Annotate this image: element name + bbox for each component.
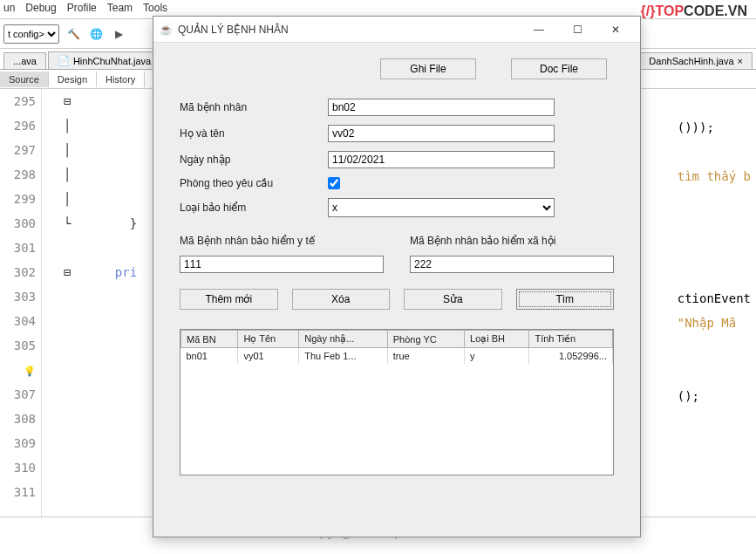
close-button[interactable]: ✕	[596, 17, 635, 42]
th-ma-bn[interactable]: Mã BN	[181, 331, 238, 348]
lightbulb-icon[interactable]: 💡	[24, 366, 36, 377]
java-icon: ☕	[159, 23, 173, 37]
label-ma-bhxh: Mã Bệnh nhân bảo hiểm xã hội	[410, 235, 614, 249]
editor-tab[interactable]: ...ava	[3, 52, 46, 69]
ghi-file-button[interactable]: Ghi File	[380, 58, 476, 79]
label-ho-ten: Họ và tên	[180, 127, 328, 140]
th-ngay-nhap[interactable]: Ngày nhậ...	[299, 331, 387, 348]
minimize-button[interactable]: —	[520, 17, 558, 42]
close-icon[interactable]: ×	[738, 56, 743, 66]
label-ma-bhyt: Mã Bệnh nhân bảo hiểm y tế	[180, 235, 384, 249]
them-moi-button[interactable]: Thêm mới	[180, 289, 278, 310]
menu-item[interactable]: Profile	[67, 2, 97, 17]
menu-item[interactable]: un	[3, 2, 15, 17]
checkbox-phong-yc[interactable]	[328, 177, 340, 189]
subtab-source[interactable]: Source	[0, 72, 49, 87]
menu-item[interactable]: Debug	[25, 2, 56, 17]
input-ma-bhxh[interactable]	[410, 256, 614, 273]
input-ho-ten[interactable]	[328, 125, 555, 142]
label-phong-yc: Phòng theo yêu cầu	[180, 177, 328, 189]
input-ngay-nhap[interactable]	[328, 151, 555, 168]
editor-tab[interactable]: 📄 HinhChuNhat.java	[48, 51, 160, 69]
editor-tab[interactable]: DanhSachHinh.java ×	[639, 52, 753, 69]
th-loai-bh[interactable]: Loại BH	[465, 331, 529, 348]
sua-button[interactable]: Sửa	[404, 289, 502, 310]
window-body: Ghi File Doc File Mã bệnh nhân Họ và tên…	[153, 43, 640, 537]
data-table-wrap: Mã BN Họ Tên Ngày nhậ... Phòng YC Loại B…	[180, 329, 614, 475]
menu-item[interactable]: Team	[107, 2, 133, 17]
data-table[interactable]: Mã BN Họ Tên Ngày nhậ... Phòng YC Loại B…	[180, 330, 613, 364]
subtab-history[interactable]: History	[97, 72, 145, 87]
code-peek: ())); tìm thấy b ctionEvent "Nhập Mã ();	[678, 115, 751, 408]
label-ngay-nhap: Ngày nhập	[180, 154, 328, 166]
label-loai-bh: Loại bảo hiểm	[180, 202, 328, 214]
tim-button[interactable]: Tìm	[516, 289, 615, 310]
th-ho-ten[interactable]: Họ Tên	[238, 331, 299, 348]
menu-item[interactable]: Tools	[143, 2, 167, 17]
logo-watermark: {/}TOPCODE.VN	[641, 3, 747, 19]
table-row[interactable]: bn01 vy01 Thu Feb 1... true y 1.052996..…	[181, 348, 613, 364]
maximize-button[interactable]: ☐	[558, 17, 596, 42]
titlebar[interactable]: ☕ QUẢN LÝ BỆNH NHÂN — ☐ ✕	[153, 17, 640, 43]
window-title: QUẢN LÝ BỆNH NHÂN	[178, 24, 289, 36]
globe-icon[interactable]: 🌐	[87, 25, 105, 43]
doc-file-button[interactable]: Doc File	[511, 58, 607, 79]
swing-window: ☕ QUẢN LÝ BỆNH NHÂN — ☐ ✕ Ghi File Doc F…	[153, 16, 641, 537]
xoa-button[interactable]: Xóa	[292, 289, 391, 310]
input-ma-bhyt[interactable]	[180, 256, 384, 273]
subtab-design[interactable]: Design	[49, 72, 97, 87]
th-phong-yc[interactable]: Phòng YC	[387, 331, 464, 348]
input-ma-bn[interactable]	[328, 99, 555, 116]
label-ma-bn: Mã bệnh nhân	[180, 101, 328, 113]
config-dropdown[interactable]: t config>	[3, 24, 59, 44]
run-icon[interactable]: ▶	[110, 25, 127, 43]
hammer-icon[interactable]: 🔨	[65, 25, 82, 43]
line-gutter: 295296297 298299300 301302303 304305 💡 3…	[0, 89, 42, 516]
select-loai-bh[interactable]: x	[328, 198, 555, 217]
th-tinh-tien[interactable]: Tính Tiền	[529, 331, 613, 348]
